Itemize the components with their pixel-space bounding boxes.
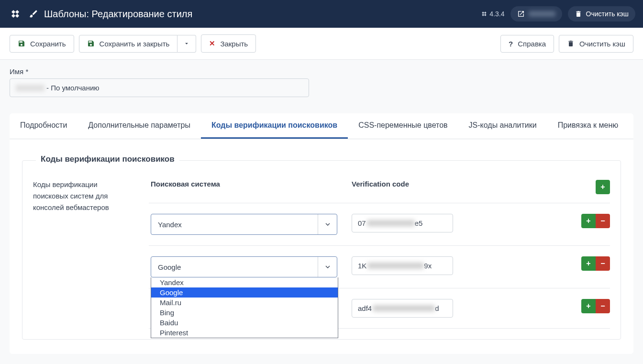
chevron-down-icon xyxy=(318,214,337,234)
add-row-button[interactable]: + xyxy=(581,256,596,271)
tab-js-analytics[interactable]: JS-коды аналитики xyxy=(458,113,547,139)
trash-icon xyxy=(567,40,575,47)
save-close-button[interactable]: Сохранить и закрыть xyxy=(79,35,178,53)
verification-fieldset: Коды верификации поисковиков Коды верифи… xyxy=(22,160,621,340)
side-label: Коды верификации поисковых систем для ко… xyxy=(33,175,133,329)
col-engine-header: Поисковая система xyxy=(149,180,350,194)
clear-cache-top-button[interactable]: Очистить кэш xyxy=(568,6,636,22)
site-name-blurred xyxy=(529,11,555,17)
clear-cache-button[interactable]: Очистить кэш xyxy=(559,35,633,53)
name-label: Имя * xyxy=(10,67,633,76)
engine-dropdown: Yandex Google Mail.ru Bing Baidu Pintere… xyxy=(151,277,338,338)
engine-cell: Yandex xyxy=(149,214,350,235)
tab-verification[interactable]: Коды верификации поисковиков xyxy=(201,113,348,139)
tab-details[interactable]: Подробности xyxy=(10,113,78,139)
site-link-button[interactable] xyxy=(510,6,562,22)
verification-code-input[interactable]: 1K 9x xyxy=(352,256,453,275)
code-blurred xyxy=(367,263,424,269)
brush-icon xyxy=(29,9,38,19)
engine-cell: Google Yandex Google Mail.ru Bing xyxy=(149,256,350,277)
help-button[interactable]: ? Справка xyxy=(500,35,554,53)
panel: Коды верификации поисковиков Коды верифи… xyxy=(10,139,633,354)
row-actions: + − xyxy=(579,299,610,313)
help-icon: ? xyxy=(509,40,513,48)
topbar-left: Шаблоны: Редактирование стиля xyxy=(8,6,481,22)
chevron-down-icon xyxy=(183,40,190,47)
grid-row: Google Yandex Google Mail.ru Bing xyxy=(149,246,610,288)
col-add-header: + xyxy=(579,180,610,194)
chevron-down-icon xyxy=(318,257,337,277)
trash-icon xyxy=(575,10,582,18)
code-blurred xyxy=(373,305,435,311)
dropdown-option[interactable]: Yandex xyxy=(151,277,338,287)
verification-code-input[interactable]: 07 e5 xyxy=(352,214,453,232)
save-button[interactable]: Сохранить xyxy=(10,35,74,53)
row-actions: + − xyxy=(579,256,610,271)
save-icon xyxy=(18,40,25,47)
engine-select[interactable]: Google Yandex Google Mail.ru Bing xyxy=(151,256,337,277)
save-icon xyxy=(87,40,95,47)
joomla-logo-icon[interactable] xyxy=(8,6,23,22)
code-blurred xyxy=(367,220,415,226)
remove-row-button[interactable]: − xyxy=(596,256,610,271)
add-row-button[interactable]: + xyxy=(581,299,596,313)
content: Имя * - По умолчанию Подробности Дополни… xyxy=(0,60,643,364)
dropdown-option[interactable]: Bing xyxy=(151,308,338,318)
code-cell: 07 e5 xyxy=(350,214,579,232)
dropdown-option[interactable]: Pinterest xyxy=(151,328,338,338)
tab-menu-assignment[interactable]: Привязка к меню xyxy=(547,113,629,139)
verification-code-input[interactable]: adf4 d xyxy=(352,299,453,318)
grid-header: Поисковая система Verification code + xyxy=(149,175,610,203)
grid-row: Yandex 07 e5 xyxy=(149,203,610,246)
fieldset-legend: Коды верификации поисковиков xyxy=(36,154,179,164)
engine-select[interactable]: Yandex xyxy=(151,214,337,235)
close-icon: ✕ xyxy=(209,39,215,48)
name-input[interactable]: - По умолчанию xyxy=(10,78,309,97)
remove-row-button[interactable]: − xyxy=(596,299,610,313)
toolbar: Сохранить Сохранить и закрыть ✕ Закрыть … xyxy=(0,28,643,60)
dropdown-option[interactable]: Mail.ru xyxy=(151,298,338,308)
page-title: Шаблоны: Редактирование стиля xyxy=(44,9,192,20)
code-cell: 1K 9x xyxy=(350,256,579,275)
tab-advanced[interactable]: Дополнительные параметры xyxy=(78,113,201,139)
remove-row-button[interactable]: − xyxy=(596,214,610,228)
row-actions: + − xyxy=(579,214,610,228)
external-link-icon xyxy=(517,10,525,18)
topbar: Шаблоны: Редактирование стиля 4.3.4 Очис… xyxy=(0,0,643,28)
toolbar-right: ? Справка Очистить кэш xyxy=(500,35,633,53)
close-button[interactable]: ✕ Закрыть xyxy=(201,34,256,53)
dropdown-option[interactable]: Baidu xyxy=(151,318,338,328)
fieldset-row: Коды верификации поисковых систем для ко… xyxy=(33,175,610,329)
save-close-group: Сохранить и закрыть xyxy=(79,35,197,53)
tabs: Подробности Дополнительные параметры Код… xyxy=(10,113,633,139)
tab-css-vars[interactable]: CSS-переменные цветов xyxy=(348,113,458,139)
code-cell: adf4 d xyxy=(350,299,579,318)
col-code-header: Verification code xyxy=(350,180,579,194)
dropdown-option[interactable]: Google xyxy=(151,287,338,298)
add-row-button[interactable]: + xyxy=(596,180,610,194)
topbar-right: 4.3.4 Очистить кэш xyxy=(481,6,635,22)
add-row-button[interactable]: + xyxy=(581,214,596,228)
version-badge: 4.3.4 xyxy=(481,10,504,18)
save-dropdown-button[interactable] xyxy=(177,35,196,53)
grid: Поисковая система Verification code + Ya… xyxy=(149,175,610,329)
name-value-blurred xyxy=(16,85,44,91)
